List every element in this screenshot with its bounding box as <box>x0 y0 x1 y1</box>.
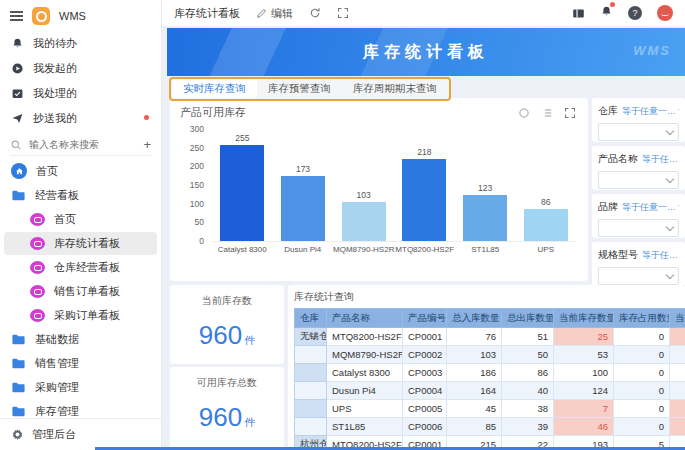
fullscreen-icon[interactable] <box>337 7 349 19</box>
dashboard-icon <box>30 261 45 274</box>
page-title: 库存统计看板 <box>174 6 240 21</box>
collapse-panel-icon[interactable] <box>572 7 585 20</box>
stat-card-0: 当前库存数960件 <box>170 285 284 364</box>
bar[interactable] <box>342 202 386 241</box>
play-icon <box>11 62 24 75</box>
table-cell: 51 <box>502 328 554 346</box>
tab-0[interactable]: 实时库存查询 <box>172 80 257 98</box>
workflow-item-3[interactable]: 抄送我的 <box>0 106 161 131</box>
sidebar-item-6[interactable]: 采购订单看板 <box>4 304 157 327</box>
chart-card-actions <box>518 107 576 119</box>
bar-group: 173 <box>273 128 334 241</box>
filter-select[interactable] <box>598 219 679 237</box>
filter-card-3: 规格型号等于任… <box>592 242 685 286</box>
tab-1[interactable]: 库存预警查询 <box>257 80 342 98</box>
table-cell: 0 <box>614 418 670 436</box>
table-cell: MQM8790-HS2R <box>327 346 403 364</box>
sidebar-item-7[interactable]: 基础数据 <box>4 328 157 351</box>
table-cell <box>670 328 685 346</box>
table-cell: 85 <box>447 418 502 436</box>
filter-condition[interactable]: 等于任… <box>642 249 679 262</box>
filter-card-0: 仓库等于任意一… <box>592 98 685 142</box>
table-row: UPSCP0005453870 <box>295 400 685 418</box>
sidebar-item-label: 基础数据 <box>35 332 79 347</box>
filter-condition[interactable]: 等于任意一… <box>622 105 679 118</box>
topbar-right: ? <box>572 4 673 22</box>
filter-select[interactable] <box>598 171 679 189</box>
x-tick-label: Catalyst 8300 <box>212 245 273 254</box>
sidebar-item-9[interactable]: 采购管理 <box>4 376 157 399</box>
sidebar-item-1[interactable]: 经营看板 <box>4 184 157 207</box>
table-cell: 186 <box>447 364 502 382</box>
bar-group: 255 <box>212 128 273 241</box>
bar[interactable] <box>402 159 446 241</box>
filter-label: 产品名称 <box>598 152 638 166</box>
table-cell: CP0004 <box>403 382 447 400</box>
y-tick: 300 <box>190 124 204 134</box>
table-cell: Dusun Pi4 <box>327 382 403 400</box>
banner-watermark: WMS <box>633 43 671 58</box>
sidebar-item-3[interactable]: 库存统计看板 <box>4 232 157 255</box>
inventory-table-card: 库存统计查询 仓库产品名称产品编号总入库数量总出库数量当前库存数量库存占用数量当… <box>288 285 685 450</box>
column-header: 总出库数量 <box>502 309 554 328</box>
workflow-item-0[interactable]: 我的待办 <box>0 31 161 56</box>
sidebar-item-label: 仓库经营看板 <box>54 260 120 275</box>
folder-icon <box>11 356 26 371</box>
table-cell: CP0001 <box>403 328 447 346</box>
app-logo-icon[interactable] <box>32 7 50 25</box>
workflow-item-1[interactable]: 我发起的 <box>0 56 161 81</box>
sidebar-item-0[interactable]: 首页 <box>4 159 157 183</box>
sidebar-item-5[interactable]: 销售订单看板 <box>4 280 157 303</box>
chart-fullscreen-icon[interactable] <box>564 107 576 119</box>
filter-select[interactable] <box>598 123 679 141</box>
refresh-icon[interactable] <box>309 7 321 19</box>
filter-condition[interactable]: 等于任意一… <box>622 201 679 214</box>
workflow-list: 我的待办我发起的我处理的抄送我的 <box>0 31 161 131</box>
workflow-item-label: 我的待办 <box>33 36 77 51</box>
bar[interactable] <box>220 145 264 241</box>
filter-card-2: 品牌等于任意一… <box>592 194 685 238</box>
workflow-item-2[interactable]: 我处理的 <box>0 81 161 106</box>
notifications-button[interactable] <box>600 4 613 22</box>
bar-group: 218 <box>394 128 455 241</box>
tab-2[interactable]: 库存周期期末查询 <box>342 80 448 98</box>
user-avatar[interactable] <box>657 5 673 21</box>
table-cell <box>295 364 327 382</box>
filter-select[interactable] <box>598 267 679 285</box>
sidebar-item-4[interactable]: 仓库经营看板 <box>4 256 157 279</box>
table-cell: 7 <box>554 400 614 418</box>
hamburger-menu-icon[interactable] <box>10 11 23 21</box>
add-button[interactable]: + <box>143 140 151 150</box>
table-cell: MTQ8200-HS2F <box>327 328 403 346</box>
table-cell: 39 <box>502 418 554 436</box>
chart-y-axis: 300250200150100500 <box>180 124 204 246</box>
bar[interactable] <box>463 195 507 241</box>
y-tick: 100 <box>190 199 204 209</box>
inventory-tabs: 实时库存查询库存预警查询库存周期期末查询 <box>169 77 451 101</box>
chart-list-icon[interactable] <box>541 107 553 119</box>
sidebar-item-2[interactable]: 首页 <box>4 208 157 231</box>
chart-card: 产品可用库存 300250200150100500 25517310321812… <box>170 98 588 281</box>
filter-condition[interactable]: 等于任… <box>642 153 679 166</box>
sidebar-item-label: 采购订单看板 <box>54 308 120 323</box>
column-header: 产品名称 <box>327 309 403 328</box>
bar[interactable] <box>281 176 325 241</box>
column-header: 当前可用数量 <box>670 309 685 328</box>
column-header: 仓库 <box>295 309 327 328</box>
table-cell: 0 <box>614 328 670 346</box>
y-tick: 0 <box>199 236 204 246</box>
bell-icon <box>11 37 24 50</box>
help-icon[interactable]: ? <box>628 6 642 20</box>
edit-button[interactable]: 编辑 <box>256 6 293 21</box>
bar-value-label: 123 <box>478 183 492 193</box>
search-input[interactable] <box>27 138 123 151</box>
x-tick-label: UPS <box>515 245 576 254</box>
chart-refresh-icon[interactable] <box>518 107 530 119</box>
admin-console-link[interactable]: 管理后台 <box>0 418 161 450</box>
chart-bars: 25517310321812386 <box>212 128 576 242</box>
stat-label: 当前库存数 <box>170 294 284 308</box>
filter-card-1: 产品名称等于任… <box>592 146 685 190</box>
table-cell <box>670 382 685 400</box>
bar[interactable] <box>524 209 568 241</box>
sidebar-item-8[interactable]: 销售管理 <box>4 352 157 375</box>
